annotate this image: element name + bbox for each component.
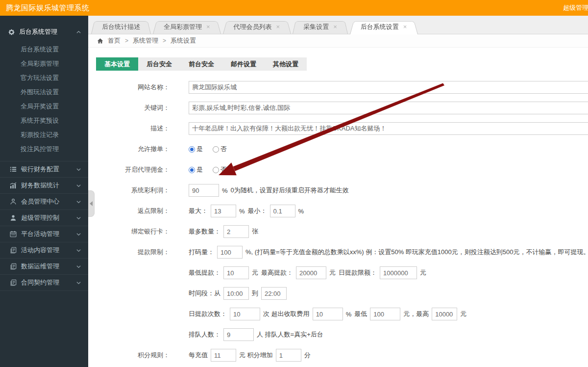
sidebar-group-item[interactable]: 活动内容管理 [0,242,88,259]
home-icon[interactable] [97,38,103,44]
close-icon[interactable]: × [276,24,280,30]
form-text: % [222,187,228,194]
list-icon [10,166,17,173]
sidebar-subitem[interactable]: 全局开奖设置 [0,99,88,113]
close-icon[interactable]: × [333,24,337,30]
points-gain-input[interactable] [276,349,301,362]
form-text: 人 排队人数=真实+后台 [257,330,323,339]
sidebar-group-item[interactable]: 合同契约管理 [0,275,88,291]
sidebar-subitem[interactable]: 外围玩法设置 [0,85,88,99]
breadcrumb: 首页 > 系统管理 > 系统设置 [88,34,588,48]
keywords-input[interactable] [189,102,588,114]
radio-icon [213,146,219,153]
close-icon[interactable]: × [403,24,407,30]
time-to-input[interactable] [261,287,287,300]
main-tab[interactable]: 后台统计描述 × [91,20,151,34]
sidebar-collapse-handle[interactable] [88,190,95,217]
breadcrumb-system-management[interactable]: 系统管理 [133,36,158,45]
chevron-down-icon [76,199,81,205]
withdraw-daily-limit-input[interactable] [380,266,417,279]
recharge-amount-input[interactable] [211,349,236,362]
breadcrumb-system-settings[interactable]: 系统设置 [171,36,196,45]
wager-rate-input[interactable] [217,246,243,259]
form-label: 提款限制： [96,248,170,257]
excess-fee-percent-input[interactable] [313,308,343,320]
form-row: 返点限制： 最大：%最小：% [96,205,588,217]
close-icon[interactable]: × [206,24,210,30]
sidebar-item-backend-system[interactable]: 后台系统管理 [0,24,88,40]
time-from-input[interactable] [223,287,249,300]
excess-fee-min-input[interactable] [370,308,400,320]
main-tab[interactable]: 全局彩票管理 × [153,20,221,34]
form-text: 分 [304,351,311,360]
rebate-max-input[interactable] [211,205,236,217]
agent-commission-no-radio[interactable]: 否 [213,165,227,174]
chevron-down-icon [76,280,81,286]
form-label: 开启代理佣金： [96,165,170,174]
form-text: 日提款限额： [339,268,377,277]
sidebar-group-item[interactable]: 数据运维管理 [0,259,88,275]
settings-subtab[interactable]: 前台安全 [180,57,222,71]
main-tab[interactable]: 采集设置 × [293,20,348,34]
form-row: 描述： [96,122,588,135]
bankcard-max-input[interactable] [223,225,249,238]
excess-fee-max-input[interactable] [432,308,457,320]
radio-icon [189,167,195,173]
form-text: 最大： [189,207,208,215]
system-profit-input[interactable] [189,184,219,197]
settings-subtab[interactable]: 基本设置 [96,57,138,71]
sidebar-subitem[interactable]: 后台系统设置 [0,42,88,56]
site-name-input[interactable] [189,81,588,94]
form-label: 允许撤单： [96,145,170,154]
form-text: 元 [252,268,258,277]
user-filled-icon [10,214,17,221]
sidebar-group-item[interactable]: 财务数据统计 [0,178,88,194]
sidebar-group-item[interactable]: 会员管理中心 [0,194,88,210]
form-text: 最低提款： [189,268,220,277]
radio-icon [189,146,195,153]
chart-icon [10,182,17,189]
sidebar-group-item[interactable]: 超级管理控制 [0,210,88,226]
settings-subtab[interactable]: 后台安全 [138,57,180,71]
chevron-down-icon [76,167,81,172]
sidebar: 后台系统管理 后台系统设置全局彩票管理官方玩法设置外围玩法设置全局开奖设置系统开… [0,16,88,367]
settings-subtab[interactable]: 其他设置 [265,57,307,71]
main-tab[interactable]: 后台系统设置 × [350,20,418,34]
sidebar-subitem[interactable]: 彩票投注记录 [0,128,88,142]
daily-withdraw-count-input[interactable] [230,308,260,320]
book-icon [10,279,17,286]
form-row: 排队人数：人 排队人数=真实+后台 [96,328,588,341]
topbar: 腾龙国际娱乐城管理系统 超级管理员 [0,0,588,16]
form-text: 排队人数： [189,330,220,339]
form-label: 积分规则： [96,351,170,360]
allow-cancel-no-radio[interactable]: 否 [213,145,227,154]
sidebar-subitem[interactable]: 系统开奖预设 [0,113,88,128]
breadcrumb-home[interactable]: 首页 [108,36,121,45]
form-row: 积分规则： 每充值元 积分增加分 [96,349,588,362]
sidebar-subitem[interactable]: 全局彩票管理 [0,56,88,71]
form-text: 张 [252,227,258,236]
sidebar-subitem[interactable]: 投注风控管理 [0,142,88,156]
main-tab[interactable]: 代理会员列表 × [223,20,291,34]
form-text: 元 [460,310,466,318]
form-text: % [239,208,245,215]
agent-commission-yes-radio[interactable]: 是 [189,165,203,174]
form-row: 日提款次数：次 超出收取费用%最低元，最高元 [96,308,588,320]
book-icon [10,247,17,254]
allow-cancel-yes-radio[interactable]: 是 [189,145,203,154]
rebate-min-input[interactable] [270,205,295,217]
settings-content: 基本设置后台安全前台安全邮件设置其他设置 网站名称： 关键词： 描述： 允许撤单… [88,48,588,362]
description-input[interactable] [189,122,588,135]
queue-count-input[interactable] [223,328,254,341]
settings-subtab[interactable]: 邮件设置 [222,57,265,71]
gear-icon [8,28,15,36]
user-menu[interactable]: 超级管理员 [563,0,588,16]
sidebar-submenu: 后台系统设置全局彩票管理官方玩法设置外围玩法设置全局开奖设置系统开奖预设彩票投注… [0,40,88,161]
withdraw-max-input[interactable] [296,266,326,279]
sidebar-group-item[interactable]: 银行财务配置 [0,161,88,178]
form-text: 时间段：从 [189,289,220,298]
sidebar-subitem[interactable]: 官方玩法设置 [0,71,88,85]
form-text: %, (打码量=等于充值金额的总数乘以xx%) 例：设置50% 即玩家充值100… [245,248,588,257]
sidebar-group-item[interactable]: 平台活动管理 [0,226,88,242]
withdraw-min-input[interactable] [223,266,249,279]
